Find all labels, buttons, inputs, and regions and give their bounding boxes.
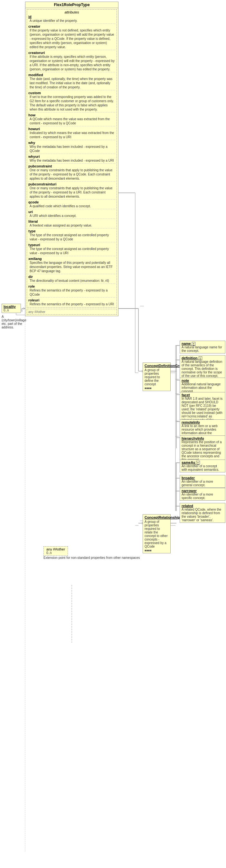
locality-multiplicity: 0..n: [3, 309, 19, 312]
concept-definitions-multiplicity: ■■■■: [145, 386, 169, 390]
attr-modified-name: modified: [28, 73, 43, 77]
attr-howuri-desc: Indicated by which means the value was e…: [30, 131, 115, 139]
broader-title: broader: [181, 476, 223, 480]
name-box: name + A natural language name for the c…: [180, 341, 225, 353]
attr-creator-desc: If the property value is not defined, sp…: [30, 28, 115, 49]
attr-typeuri-name: typeuri: [28, 243, 40, 247]
attr-literal-desc: A freetext value assigned as property va…: [30, 223, 115, 227]
attr-qcode-name: qcode: [28, 200, 39, 204]
attr-how: how A QCode which means the value was ex…: [28, 113, 115, 125]
attr-role-desc: Refines the semantics of the property - …: [30, 288, 115, 297]
concept-relationships-multiplicity: ■■■■: [145, 549, 169, 552]
attributes-section: attributes id A unique identifier of the…: [27, 9, 117, 308]
attr-type: type The type of the concept assigned as…: [28, 229, 115, 241]
attr-type-desc: The type of the concept assigned as cont…: [30, 233, 115, 241]
attr-howuri-name: howuri: [28, 127, 40, 131]
attr-id-name: id: [28, 15, 32, 19]
note-title: note: [181, 378, 223, 382]
attr-whyuri-name: whyuri: [28, 155, 39, 158]
attr-uri-desc: A URI which identifies a concept.: [30, 214, 115, 218]
attr-uri-name: uri: [28, 210, 33, 214]
any-other-bottom-multiplicity: 0..n: [46, 551, 65, 555]
attr-whyuri-desc: Why the metadata has been included - exp…: [30, 158, 115, 163]
attr-roleuri-name: roleuri: [28, 298, 39, 302]
attr-creatoruri-desc: If the attribute is empty, specifies whi…: [30, 55, 115, 71]
locality-box: locality 0..n: [2, 304, 21, 313]
concept-relationships-group-desc: A group of properties required to relate…: [145, 520, 169, 548]
attr-role: role Refines the semantics of the proper…: [28, 284, 115, 297]
note-desc: Additional natural language information …: [181, 382, 223, 393]
attr-why-desc: Why the metadata has been included - exp…: [30, 145, 115, 153]
hierarchyinfo-box: hierarchyInfo Represents the position of…: [180, 435, 225, 462]
concept-definitions-group-desc: A group of properties required to define…: [145, 368, 169, 386]
svg-text:----: ----: [140, 304, 144, 308]
attr-creator: creator If the property value is not def…: [28, 24, 115, 49]
locality-desc: A (city/town)/village etc. part of the a…: [2, 315, 23, 329]
attr-why-name: why: [28, 141, 35, 145]
attr-how-desc: A QCode which means the value was extrac…: [30, 117, 115, 125]
narrower-box: narrower An identifier of a more specifi…: [180, 488, 225, 501]
concept-relationships-group-box: ConceptRelationshipsGroup A group of pro…: [143, 514, 171, 553]
concept-relationships-group-title: ConceptRelationshipsGroup: [145, 516, 169, 519]
attr-pubconstraint-name: pubconstraint: [28, 164, 52, 168]
attr-pubconstraint: pubconstraint One or many constraints th…: [28, 164, 115, 181]
facet-title: facet: [181, 393, 223, 397]
any-other-bottom-label: any ##other: [46, 547, 65, 551]
any-other-label: any ##other: [28, 310, 46, 314]
sameas-title: sameAs +: [181, 461, 223, 464]
attr-custom-name: custom: [28, 91, 41, 95]
attr-literal: literal A freetext value assigned as pro…: [28, 219, 115, 227]
attr-custom-desc: If set to true the corresponding propert…: [30, 95, 115, 112]
narrower-desc: An identifier of a more specific concept…: [181, 493, 223, 500]
attr-xmllang-desc: Specifies the language of this property …: [30, 260, 115, 273]
attr-role-name: role: [28, 284, 35, 288]
any-other-bottom-desc: Extension point for non-standard propert…: [44, 556, 140, 559]
attr-pubconstraint-desc: One or many constraints that apply to pu…: [30, 168, 115, 181]
related-box: related A related QCode, where the relat…: [180, 503, 225, 523]
definition-desc: A natural language definition of the sem…: [181, 360, 223, 378]
attr-uri: uri A URI which identifies a concept.: [28, 210, 115, 218]
attr-roleuri: roleuri Refines the semantics of the pro…: [28, 298, 115, 306]
attr-modified: modified The date (and, optionally, the …: [28, 73, 115, 89]
attr-id-desc: A unique identifier of the property.: [30, 19, 115, 23]
hierarchyinfo-title: hierarchyInfo: [181, 436, 223, 440]
attr-creator-name: creator: [28, 24, 40, 28]
sameas-box: sameAs + An identifier of a concept with…: [180, 460, 225, 472]
attr-pubconstrainturi-desc: One or many constraints that apply to pu…: [30, 186, 115, 198]
attr-creatoruri: creatoruri If the attribute is empty, sp…: [28, 51, 115, 71]
title-text: Flex1RolePropType: [54, 3, 89, 7]
attr-qcode: qcode A qualified code which identifies …: [28, 200, 115, 208]
concept-definitions-group-title: ConceptDefinitionGroup: [145, 364, 169, 368]
related-title: related: [181, 504, 223, 508]
broader-box: broader An identifier of a more general …: [180, 475, 225, 488]
attr-roleuri-desc: Refines the semantics of the property - …: [30, 302, 115, 306]
attr-dir: dir The directionality of textual conten…: [28, 275, 115, 283]
definition-box: definition + A natural language definiti…: [180, 355, 225, 378]
attr-typeuri: typeuri The type of the concept assigned…: [28, 243, 115, 255]
any-other-bottom-box: any ##other 0..n: [44, 546, 68, 556]
attr-dir-desc: The directionality of textual content (e…: [30, 279, 115, 283]
attr-qcode-desc: A qualified code which identifies a conc…: [30, 204, 115, 208]
main-box: Flex1RolePropType attributes id A unique…: [25, 2, 118, 316]
attr-creatoruri-name: creatoruri: [28, 51, 45, 55]
attr-modified-desc: The date (and, optionally, the time) whe…: [30, 77, 115, 89]
attr-howuri: howuri Indicated by which means the valu…: [28, 127, 115, 139]
attr-pubconstrainturi-name: pubconstrainturi: [28, 182, 56, 186]
any-other-section: any ##other: [27, 309, 117, 315]
remoteinfo-title: remoteInfo: [181, 420, 223, 424]
attr-why: why Why the metadata has been included -…: [28, 141, 115, 153]
attr-custom: custom If set to true the corresponding …: [28, 91, 115, 112]
sameas-desc: An identifier of a concept with equivale…: [181, 464, 223, 471]
definition-title: definition +: [181, 356, 223, 360]
attr-how-name: how: [28, 113, 35, 117]
related-desc: A related QCode, where the relationship …: [181, 508, 223, 522]
broader-desc: An identifier of a more general concept.: [181, 480, 223, 487]
name-title: name +: [181, 342, 223, 345]
attr-type-name: type: [28, 229, 36, 233]
diagram-container: Flex1RolePropType attributes id A unique…: [0, 0, 226, 868]
attr-pubconstrainturi: pubconstrainturi One or many constraints…: [28, 182, 115, 198]
note-box: note Additional natural language informa…: [180, 378, 225, 394]
attr-literal-name: literal: [28, 219, 38, 223]
attributes-title: attributes: [28, 10, 115, 14]
attr-xmllang-name: xmllang: [28, 257, 42, 260]
